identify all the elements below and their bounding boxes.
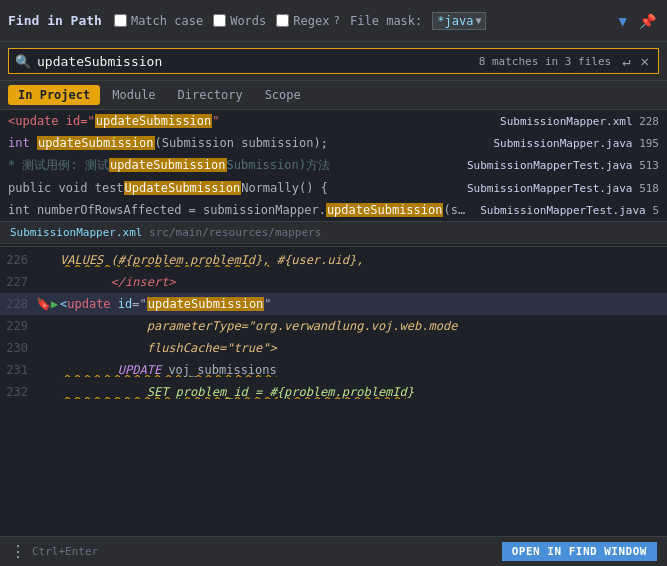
match-case-checkbox[interactable] [114, 14, 127, 27]
result-file: SubmissionMapperTest.java 5 [479, 204, 659, 217]
line-content: flushCache="true"> [56, 341, 667, 355]
line-number: 232 [0, 385, 38, 399]
line-content: parameterType="org.verwandlung.voj.web.m… [56, 319, 667, 333]
result-code: int numberOfRowsAffected = submissionMap… [8, 203, 471, 217]
code-line: 229 parameterType="org.verwandlung.voj.w… [0, 315, 667, 337]
tab-module[interactable]: Module [102, 85, 165, 105]
result-file: SubmissionMapper.xml 228 [479, 115, 659, 128]
code-preview: SubmissionMapper.xml src/main/resources/… [0, 222, 667, 403]
table-row[interactable]: int updateSubmission(Submission submissi… [0, 132, 667, 154]
words-option[interactable]: Words [213, 14, 266, 28]
file-mask-wrapper[interactable]: *java ▼ [432, 12, 486, 30]
preview-path: src/main/resources/mappers [149, 226, 321, 239]
table-row[interactable]: public void testUpdateSubmissionNormally… [0, 177, 667, 199]
toolbar: Find in Path Match case Words Regex ? Fi… [0, 0, 667, 42]
toolbar-title: Find in Path [8, 13, 102, 28]
code-line: 227 </insert> [0, 271, 667, 293]
code-line: 230 flushCache="true"> [0, 337, 667, 359]
regex-label: Regex [293, 14, 329, 28]
close-search-icon[interactable]: ✕ [638, 52, 652, 70]
search-icon: 🔍 [15, 54, 31, 69]
code-line-active: 228 🔖 ▶ <update id="updateSubmission" [0, 293, 667, 315]
table-row[interactable]: int numberOfRowsAffected = submissionMap… [0, 199, 667, 221]
pin-icon[interactable]: 📌 [636, 11, 659, 31]
result-code: * 测试用例: 测试updateSubmissionSubmission)方法 [8, 157, 459, 174]
toolbar-options: Match case Words Regex ? File mask: *jav… [114, 12, 604, 30]
line-content: SET problem_id = #{problem.problemId} [56, 385, 667, 399]
line-number: 228 [0, 297, 38, 311]
results-list: <update id="updateSubmission" Submission… [0, 110, 667, 222]
search-results-count: 8 matches in 3 files [479, 55, 611, 68]
toolbar-icons: ▼ 📌 [616, 11, 659, 31]
tab-scope[interactable]: Scope [255, 85, 311, 105]
line-content: UPDATE voj_submissions [56, 363, 667, 377]
result-file: SubmissionMapper.java 195 [479, 137, 659, 150]
line-number: 230 [0, 341, 38, 355]
result-code: int updateSubmission(Submission submissi… [8, 136, 471, 150]
match-case-option[interactable]: Match case [114, 14, 203, 28]
search-input[interactable] [37, 54, 479, 69]
search-input-wrapper: 🔍 8 matches in 3 files ↵ ✕ [8, 48, 659, 74]
line-number: 227 [0, 275, 38, 289]
footer: ⋮ Ctrl+Enter OPEN IN FIND WINDOW [0, 536, 667, 566]
enter-action-icon[interactable]: ↵ [619, 52, 633, 70]
line-marker-228: 🔖 ▶ [38, 297, 56, 311]
file-mask-dropdown-icon[interactable]: ▼ [475, 15, 481, 26]
line-content: </insert> [56, 275, 667, 289]
filter-icon[interactable]: ▼ [616, 11, 630, 31]
code-line: 231 UPDATE voj_submissions [0, 359, 667, 381]
open-in-find-window-button[interactable]: OPEN IN FIND WINDOW [502, 542, 657, 561]
regex-help-icon: ? [333, 14, 340, 27]
table-row[interactable]: * 测试用例: 测试updateSubmissionSubmission)方法 … [0, 154, 667, 177]
code-line: 226 VALUES (#{problem.problemId}, #{user… [0, 249, 667, 271]
line-number: 226 [0, 253, 38, 267]
line-content: VALUES (#{problem.problemId}, #{user.uid… [56, 253, 667, 267]
line-number: 229 [0, 319, 38, 333]
result-code: <update id="updateSubmission" [8, 114, 471, 128]
line-content: <update id="updateSubmission" [56, 297, 667, 311]
result-file: SubmissionMapperTest.java 513 [467, 159, 659, 172]
regex-checkbox[interactable] [276, 14, 289, 27]
preview-filename: SubmissionMapper.xml [10, 226, 142, 239]
code-line: 232 SET problem_id = #{problem.problemId… [0, 381, 667, 403]
footer-left: ⋮ Ctrl+Enter [10, 542, 98, 561]
words-label: Words [230, 14, 266, 28]
footer-shortcut: Ctrl+Enter [32, 545, 98, 558]
line-number: 231 [0, 363, 38, 377]
preview-body: 226 VALUES (#{problem.problemId}, #{user… [0, 249, 667, 403]
tab-directory[interactable]: Directory [168, 85, 253, 105]
regex-option[interactable]: Regex ? [276, 14, 340, 28]
table-row[interactable]: <update id="updateSubmission" Submission… [0, 110, 667, 132]
match-case-label: Match case [131, 14, 203, 28]
search-row: 🔍 8 matches in 3 files ↵ ✕ [0, 42, 667, 81]
result-file: SubmissionMapperTest.java 518 [467, 182, 659, 195]
words-checkbox[interactable] [213, 14, 226, 27]
file-mask-value: *java [437, 14, 473, 28]
preview-header: SubmissionMapper.xml src/main/resources/… [0, 222, 667, 244]
file-mask-label: File mask: [350, 14, 422, 28]
result-code: public void testUpdateSubmissionNormally… [8, 181, 459, 195]
tab-in-project[interactable]: In Project [8, 85, 100, 105]
search-actions: ↵ ✕ [619, 52, 652, 70]
footer-dots-icon[interactable]: ⋮ [10, 542, 26, 561]
scope-tabs: In Project Module Directory Scope [0, 81, 667, 110]
